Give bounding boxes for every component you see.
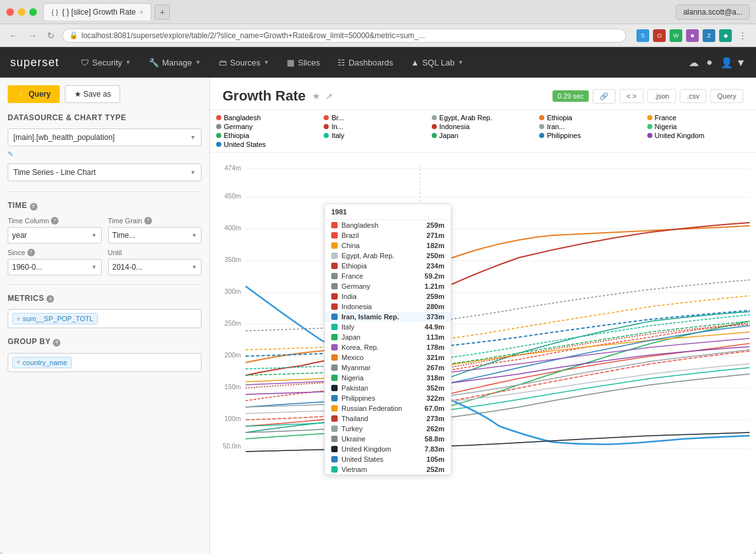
tooltip-color bbox=[331, 344, 338, 350]
tooltip-color bbox=[331, 385, 338, 391]
metrics-input[interactable]: × sum__SP_POP_TOTL bbox=[8, 309, 202, 328]
svg-text:250m: 250m bbox=[224, 320, 241, 327]
minimize-button[interactable] bbox=[18, 8, 25, 16]
nav-sources[interactable]: 🗃 Sources ▼ bbox=[210, 47, 278, 78]
bolt-icon: ⚡ bbox=[17, 90, 26, 99]
ext-icon-3[interactable]: W bbox=[670, 29, 682, 42]
chart-type-select[interactable]: Time Series - Line Chart ▼ bbox=[8, 163, 202, 181]
csv-button[interactable]: .csv bbox=[680, 89, 706, 103]
edit-datasource-link[interactable]: ✎ bbox=[8, 150, 13, 158]
legend-item: Ethiopia bbox=[539, 114, 642, 121]
chart-type-value: Time Series - Line Chart bbox=[13, 168, 96, 177]
ext-icon-1[interactable]: S bbox=[636, 29, 649, 42]
legend-color bbox=[539, 115, 544, 120]
legend-item: France bbox=[647, 114, 750, 121]
save-button[interactable]: ★ Save as bbox=[65, 85, 121, 103]
chevron-down-icon: ▼ bbox=[92, 232, 97, 239]
tooltip-row-united-states: United States 105m bbox=[325, 454, 451, 464]
until-group: Until 2014-0... ▼ bbox=[108, 249, 202, 275]
legend-item: Ethiopia bbox=[216, 132, 319, 139]
new-tab-button[interactable]: + bbox=[155, 4, 170, 20]
back-button[interactable]: ← bbox=[6, 29, 20, 42]
nav-sql-lab[interactable]: ▲ SQL Lab ▼ bbox=[402, 47, 472, 78]
chart-icon: ▦ bbox=[287, 58, 294, 67]
chart-title: Growth Rate bbox=[223, 88, 306, 104]
tooltip-row: Pakistan 352m bbox=[325, 383, 451, 393]
ext-icon-2[interactable]: O bbox=[653, 29, 666, 42]
group-by-input[interactable]: × country_name bbox=[8, 353, 202, 372]
action-bar: ⚡ Query ★ Save as bbox=[8, 85, 202, 103]
chart-toolbar: 0.29 sec 🔗 < > .json .csv Query bbox=[553, 89, 743, 104]
nav-slices[interactable]: ▦ Slices bbox=[278, 47, 329, 78]
tooltip-color bbox=[331, 283, 338, 289]
legend-item: Indonesia bbox=[432, 123, 534, 130]
close-button[interactable] bbox=[6, 8, 14, 16]
time-section: Time ? Time Column ? year ▼ bbox=[8, 201, 202, 275]
legend-item: Germany bbox=[216, 123, 319, 130]
datasource-select[interactable]: [main].[wb_health_population] ▼ bbox=[8, 128, 202, 146]
tooltip-row: Bangladesh 259m bbox=[325, 220, 451, 230]
tooltip-color bbox=[331, 375, 338, 381]
timing-badge: 0.29 sec bbox=[553, 90, 589, 102]
legend-color bbox=[647, 133, 652, 138]
chart-header: Growth Rate ★ ➚ 0.29 sec 🔗 < > .json .cs… bbox=[210, 78, 756, 110]
until-select[interactable]: 2014-0... ▼ bbox=[108, 259, 202, 275]
dashboard-icon: ☷ bbox=[338, 58, 345, 67]
legend-color bbox=[216, 142, 221, 147]
tooltip-color bbox=[331, 456, 338, 462]
legend-item: Iran... bbox=[539, 123, 642, 130]
browser-extensions: S O W ■ Z ◆ ⋮ bbox=[636, 29, 750, 42]
tooltip-color bbox=[331, 466, 338, 473]
tab-icon: { } bbox=[52, 8, 58, 16]
ext-icon-6[interactable]: ◆ bbox=[719, 29, 732, 42]
tooltip-color bbox=[331, 232, 338, 239]
tooltip-color bbox=[331, 426, 338, 432]
github-icon[interactable]: ☁ bbox=[689, 57, 699, 69]
browser-tab[interactable]: { } { } [slice] Growth Rate × bbox=[43, 3, 151, 20]
query-button[interactable]: ⚡ Query bbox=[8, 85, 60, 103]
group-by-tag: × country_name bbox=[12, 357, 72, 368]
tooltip-color bbox=[331, 222, 338, 228]
time-section-title: Time ? bbox=[8, 201, 202, 211]
json-button[interactable]: .json bbox=[647, 89, 676, 103]
nav-icons-right: ☁ ● 👤 ▼ bbox=[689, 57, 746, 69]
chart-visualization[interactable]: 474m 450m 400m 350m 300m 250m 200m 150m … bbox=[210, 153, 756, 554]
since-group: Since ? 1960-0... ▼ bbox=[8, 249, 102, 275]
nav-dashboards[interactable]: ☷ Dashboards bbox=[329, 47, 402, 78]
wrench-icon: 🔧 bbox=[149, 58, 159, 67]
ext-icon-4[interactable]: ■ bbox=[686, 29, 699, 42]
time-column-select[interactable]: year ▼ bbox=[8, 227, 102, 244]
tooltip-row: Russian Federation 67.0m bbox=[325, 403, 451, 413]
legend-color bbox=[432, 115, 437, 120]
time-grain-select[interactable]: Time... ▼ bbox=[108, 227, 202, 244]
reload-button[interactable]: ↻ bbox=[45, 29, 57, 42]
tooltip-color bbox=[331, 263, 338, 269]
code-button[interactable]: < > bbox=[619, 89, 643, 103]
forward-button[interactable]: → bbox=[25, 29, 39, 42]
tooltip-color bbox=[331, 415, 338, 422]
link-button[interactable]: 🔗 bbox=[593, 89, 615, 104]
nav-manage[interactable]: 🔧 Manage ▼ bbox=[140, 47, 210, 78]
tooltip-row: China 182m bbox=[325, 240, 451, 251]
nav-security[interactable]: 🛡 Security ▼ bbox=[72, 47, 140, 78]
user-menu[interactable]: 👤 ▼ bbox=[720, 57, 746, 69]
tab-close-icon[interactable]: × bbox=[139, 9, 143, 16]
tooltip-row: India 259m bbox=[325, 291, 451, 301]
help-icon: ? bbox=[46, 295, 54, 303]
query-view-button[interactable]: Query bbox=[710, 89, 743, 103]
brand-logo[interactable]: superset bbox=[10, 56, 59, 69]
extensions-menu[interactable]: ⋮ bbox=[736, 29, 750, 42]
chevron-down-icon: ▼ bbox=[195, 59, 201, 66]
remove-groupby-icon[interactable]: × bbox=[17, 359, 20, 366]
address-bar[interactable]: 🔒 localhost:8081/superset/explore/table/… bbox=[62, 29, 626, 43]
fullscreen-button[interactable] bbox=[29, 8, 37, 16]
external-link-icon[interactable]: ➚ bbox=[326, 91, 333, 101]
help-icon[interactable]: ● bbox=[706, 57, 713, 68]
remove-metric-icon[interactable]: × bbox=[17, 315, 20, 322]
ext-icon-5[interactable]: Z bbox=[703, 29, 715, 42]
star-icon[interactable]: ★ bbox=[312, 91, 320, 101]
tooltip-row: Brazil 271m bbox=[325, 230, 451, 240]
since-select[interactable]: 1960-0... ▼ bbox=[8, 259, 102, 275]
save-icon: ★ bbox=[74, 90, 81, 99]
metrics-section: Metrics ? × sum__SP_POP_TOTL bbox=[8, 294, 202, 329]
